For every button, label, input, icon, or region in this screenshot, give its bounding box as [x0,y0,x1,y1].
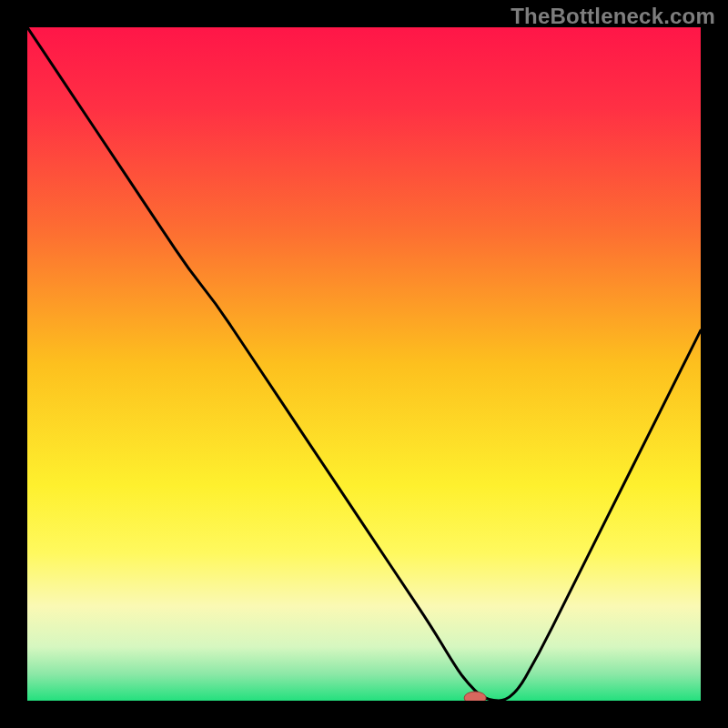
watermark-text: TheBottleneck.com [511,4,715,29]
optimal-marker [464,692,486,701]
chart-frame: TheBottleneck.com [0,0,728,728]
gradient-background [27,27,701,701]
plot-svg [27,27,701,701]
plot-area [27,27,701,701]
